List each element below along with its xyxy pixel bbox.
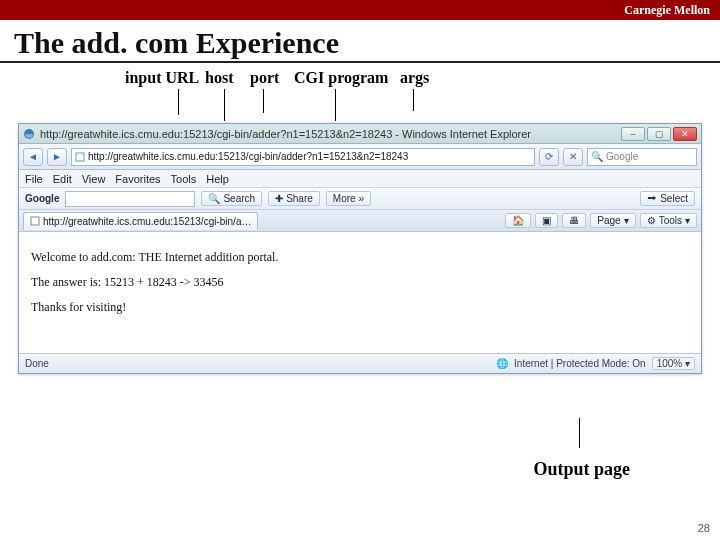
content-line-2: The answer is: 15213 + 18243 -> 33456: [31, 275, 689, 290]
page-menu-label: Page: [597, 215, 620, 226]
tools-menu-label: Tools: [659, 215, 682, 226]
google-brand: Google: [25, 193, 59, 204]
window-title-text: http://greatwhite.ics.cmu.edu:15213/cgi-…: [40, 128, 531, 140]
google-toolbar: Google 🔍 Search ✚ Share More » ⮕ Select: [19, 188, 701, 210]
minimize-button[interactable]: –: [621, 127, 645, 141]
menu-file[interactable]: File: [25, 173, 43, 185]
feed-button[interactable]: ▣: [535, 213, 558, 228]
printer-icon: 🖶: [569, 215, 579, 226]
search-engine-box[interactable]: 🔍 Google: [587, 148, 697, 166]
google-select-label: Select: [660, 193, 688, 204]
cursor-icon: ⮕: [647, 193, 657, 204]
maximize-button[interactable]: ▢: [647, 127, 671, 141]
google-select-button[interactable]: ⮕ Select: [640, 191, 695, 206]
output-page-label: Output page: [533, 459, 630, 480]
menu-view[interactable]: View: [82, 173, 106, 185]
label-host: host: [205, 69, 233, 87]
address-bar[interactable]: http://greatwhite.ics.cmu.edu:15213/cgi-…: [71, 148, 535, 166]
google-search-input[interactable]: [65, 191, 195, 207]
print-button[interactable]: 🖶: [562, 213, 586, 228]
zoom-value: 100%: [657, 358, 683, 369]
status-bar: Done 🌐 Internet | Protected Mode: On 100…: [19, 353, 701, 373]
home-icon: 🏠: [512, 215, 524, 226]
google-more-button[interactable]: More »: [326, 191, 371, 206]
output-pointer-line: [579, 418, 580, 448]
search-engine-label: Google: [606, 151, 638, 162]
tab-active[interactable]: http://greatwhite.ics.cmu.edu:15213/cgi-…: [23, 212, 258, 230]
page-icon: [75, 152, 85, 162]
menu-tools[interactable]: Tools: [171, 173, 197, 185]
google-share-button[interactable]: ✚ Share: [268, 191, 320, 206]
zoom-indicator[interactable]: 100% ▾: [652, 357, 695, 370]
window-buttons: – ▢ ✕: [621, 127, 697, 141]
url-part-labels: input URL host port CGI program args: [0, 63, 720, 123]
pointer-line: [263, 89, 264, 113]
address-url-text: http://greatwhite.ics.cmu.edu:15213/cgi-…: [88, 151, 408, 162]
rss-icon: ▣: [542, 215, 551, 226]
content-line-1: Welcome to add.com: THE Internet additio…: [31, 250, 689, 265]
brand-stripe: Carnegie Mellon: [0, 0, 720, 20]
forward-button[interactable]: ►: [47, 148, 67, 166]
ie-icon: [23, 128, 35, 140]
arrow-left-icon: ◄: [28, 151, 38, 162]
page-icon: [30, 216, 40, 226]
menu-help[interactable]: Help: [206, 173, 229, 185]
close-button[interactable]: ✕: [673, 127, 697, 141]
address-toolbar: ◄ ► http://greatwhite.ics.cmu.edu:15213/…: [19, 144, 701, 170]
google-search-label: Search: [223, 193, 255, 204]
label-cgi-program: CGI program: [294, 69, 388, 87]
label-port: port: [250, 69, 279, 87]
search-icon: 🔍: [208, 193, 220, 204]
refresh-icon: ⟳: [545, 151, 553, 162]
pointer-line: [224, 89, 225, 121]
back-button[interactable]: ◄: [23, 148, 43, 166]
page-menu-button[interactable]: Page ▾: [590, 213, 635, 228]
home-button[interactable]: 🏠: [505, 213, 531, 228]
pointer-line: [335, 89, 336, 121]
google-more-label: More »: [333, 193, 364, 204]
share-icon: ✚: [275, 193, 283, 204]
pointer-line: [413, 89, 414, 111]
status-zone: Internet | Protected Mode: On: [514, 358, 646, 369]
institution-name: Carnegie Mellon: [624, 3, 710, 18]
search-icon: 🔍: [591, 151, 603, 162]
arrow-right-icon: ►: [52, 151, 62, 162]
window-titlebar: http://greatwhite.ics.cmu.edu:15213/cgi-…: [19, 124, 701, 144]
menu-bar: File Edit View Favorites Tools Help: [19, 170, 701, 188]
tab-title-text: http://greatwhite.ics.cmu.edu:15213/cgi-…: [43, 216, 251, 227]
google-share-label: Share: [286, 193, 313, 204]
google-search-button[interactable]: 🔍 Search: [201, 191, 262, 206]
slide-page-number: 28: [698, 522, 710, 534]
menu-favorites[interactable]: Favorites: [115, 173, 160, 185]
pointer-line: [178, 89, 179, 115]
svg-rect-2: [31, 217, 39, 225]
stop-button[interactable]: ✕: [563, 148, 583, 166]
tools-menu-button[interactable]: ⚙ Tools ▾: [640, 213, 697, 228]
stop-icon: ✕: [569, 151, 577, 162]
globe-icon: 🌐: [496, 358, 508, 369]
gear-icon: ⚙: [647, 215, 656, 226]
slide-title: The add. com Experience: [0, 20, 720, 63]
refresh-button[interactable]: ⟳: [539, 148, 559, 166]
tab-bar: http://greatwhite.ics.cmu.edu:15213/cgi-…: [19, 210, 701, 232]
menu-edit[interactable]: Edit: [53, 173, 72, 185]
svg-rect-1: [76, 153, 84, 161]
status-left: Done: [25, 358, 49, 369]
browser-window: http://greatwhite.ics.cmu.edu:15213/cgi-…: [18, 123, 702, 374]
label-args: args: [400, 69, 429, 87]
content-line-3: Thanks for visiting!: [31, 300, 689, 315]
page-content: Welcome to add.com: THE Internet additio…: [19, 232, 701, 353]
label-input-url: input URL: [125, 69, 199, 87]
